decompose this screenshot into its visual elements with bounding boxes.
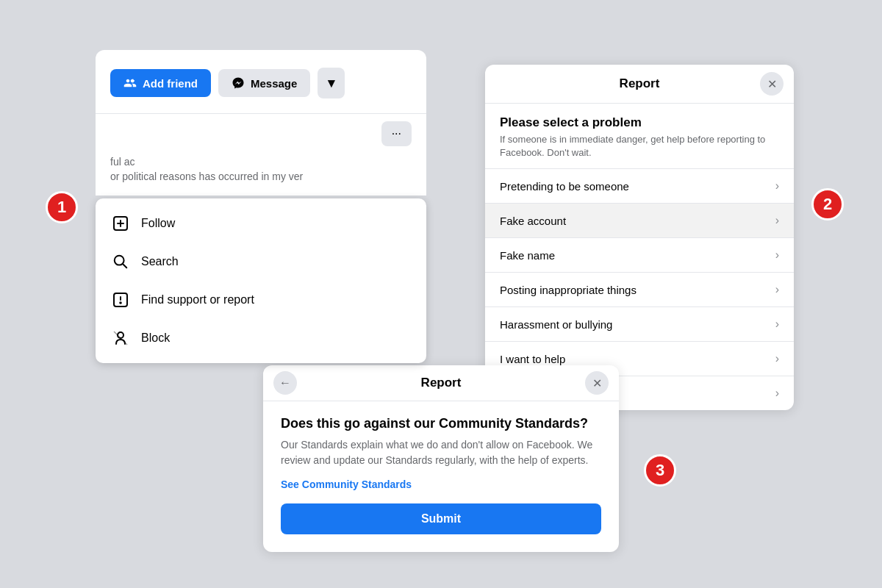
- block-icon: [109, 326, 132, 350]
- search-icon: [109, 250, 132, 273]
- menu-item-follow[interactable]: Follow: [96, 204, 426, 243]
- chevron-right-icon: ›: [775, 352, 779, 365]
- three-dots-icon: ···: [392, 127, 401, 140]
- panel-3: ← Report ✕ Does this go against our Comm…: [263, 365, 619, 552]
- svg-point-7: [120, 302, 121, 304]
- search-label: Search: [141, 255, 179, 268]
- block-label: Block: [141, 331, 170, 345]
- menu-item-search[interactable]: Search: [96, 243, 426, 281]
- report-3-body: Does this go against our Community Stand…: [263, 401, 619, 552]
- messenger-icon: [232, 76, 245, 90]
- add-friend-button[interactable]: Add friend: [110, 69, 211, 97]
- report-2-close-button[interactable]: ✕: [760, 72, 784, 96]
- chevron-right-icon: ›: [775, 318, 779, 331]
- back-icon: ←: [279, 376, 291, 390]
- report-option-harassment[interactable]: Harassment or bullying ›: [485, 306, 794, 341]
- chevron-right-icon: ›: [775, 214, 779, 227]
- three-dots-button[interactable]: ···: [381, 121, 412, 146]
- community-standards-link[interactable]: See Community Standards: [281, 478, 601, 490]
- step-3-badge: 3: [644, 454, 676, 487]
- chevron-right-icon: ›: [775, 248, 779, 262]
- report-3-title: Report: [421, 376, 462, 390]
- message-button[interactable]: Message: [218, 69, 310, 97]
- step-1-badge: 1: [46, 191, 78, 223]
- step-2-badge: 2: [811, 188, 844, 220]
- problem-desc: If someone is in immediate danger, get h…: [485, 133, 794, 168]
- report-option-fake-name[interactable]: Fake name ›: [485, 237, 794, 272]
- panel-2: Report ✕ Please select a problem If some…: [485, 65, 794, 410]
- chevron-right-icon: ›: [775, 283, 779, 296]
- report-option-posting[interactable]: Posting inappropriate things ›: [485, 272, 794, 306]
- report-2-header: Report ✕: [485, 65, 794, 104]
- problem-title: Please select a problem: [485, 104, 794, 133]
- find-support-icon: [109, 288, 132, 312]
- dropdown-menu: Follow Search Find support or report: [96, 198, 426, 363]
- chevron-right-icon: ›: [775, 179, 779, 193]
- report-2-title: Report: [620, 76, 660, 91]
- close-icon: ✕: [767, 77, 777, 91]
- community-standards-title: Does this go against our Community Stand…: [281, 416, 601, 431]
- community-standards-desc: Our Standards explain what we do and don…: [281, 437, 601, 468]
- add-friend-icon: [123, 76, 137, 90]
- menu-item-block[interactable]: Block: [96, 319, 426, 357]
- svg-point-8: [118, 332, 123, 338]
- find-support-label: Find support or report: [141, 293, 254, 306]
- report-option-fake-account[interactable]: Fake account ›: [485, 203, 794, 237]
- message-label: Message: [251, 77, 297, 90]
- more-button[interactable]: ▾: [318, 68, 345, 98]
- report-3-close-button[interactable]: ✕: [585, 371, 609, 395]
- back-button[interactable]: ←: [273, 371, 297, 395]
- report-3-header: ← Report ✕: [263, 365, 619, 401]
- submit-button[interactable]: Submit: [281, 503, 601, 534]
- menu-item-find-support[interactable]: Find support or report: [96, 281, 426, 319]
- chevron-down-icon: ▾: [328, 76, 334, 90]
- profile-actions: Add friend Message ▾: [96, 50, 426, 114]
- follow-label: Follow: [141, 217, 175, 230]
- report-option-pretending[interactable]: Pretending to be someone ›: [485, 168, 794, 203]
- follow-icon: [109, 212, 132, 235]
- profile-body: ··· ful ac or political reasons has occu…: [96, 114, 426, 196]
- panel-1: Add friend Message ▾ ··· ful ac or polit…: [96, 50, 426, 363]
- svg-line-4: [123, 264, 126, 268]
- chevron-right-icon: ›: [775, 387, 779, 400]
- close-icon: ✕: [592, 376, 602, 390]
- add-friend-label: Add friend: [143, 77, 198, 90]
- profile-text: ful ac or political reasons has occurred…: [110, 152, 412, 184]
